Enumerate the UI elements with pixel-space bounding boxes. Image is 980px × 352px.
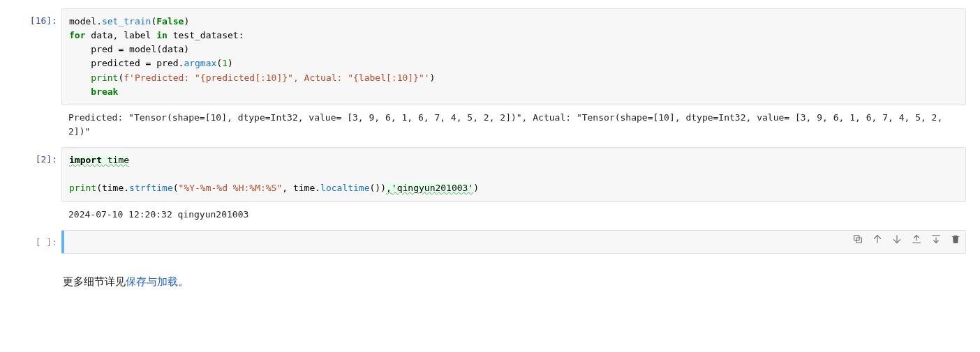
cell-16-area: model.set_train(False) for data, label i… <box>61 8 966 144</box>
prompt-markdown <box>14 257 61 262</box>
code-keyword: for <box>69 30 85 40</box>
cell-2: [2]: import time print(time.strftime("%Y… <box>14 147 966 227</box>
code-input-2[interactable]: import time print(time.strftime("%Y-%m-%… <box>61 147 966 201</box>
markdown-link[interactable]: 保存与加载 <box>126 275 178 287</box>
markdown-text: 更多细节详见 <box>63 275 126 287</box>
code-builtin: print <box>91 72 118 83</box>
code-input-16[interactable]: model.set_train(False) for data, label i… <box>61 8 966 105</box>
code-input-empty[interactable] <box>61 230 966 254</box>
code-string-inserted: 'qingyun201003' <box>392 183 473 193</box>
arrow-up-icon[interactable] <box>872 234 883 245</box>
prompt-empty: [ ]: <box>14 230 61 250</box>
markdown-text-suffix: 。 <box>178 275 188 287</box>
code-token: model <box>69 16 96 26</box>
insert-below-icon[interactable] <box>930 234 942 245</box>
copy-icon[interactable] <box>852 234 863 245</box>
cell-16: [16]: model.set_train(False) for data, l… <box>14 8 966 144</box>
code-bool: False <box>156 16 184 26</box>
prompt-16: [16]: <box>14 8 61 28</box>
notebook: [16]: model.set_train(False) for data, l… <box>0 0 980 337</box>
code-method: set_train <box>102 16 151 26</box>
cell-empty: [ ]: <box>14 230 966 254</box>
markdown-content: 更多细节详见保存与加载。 <box>61 257 966 292</box>
arrow-down-icon[interactable] <box>891 234 903 245</box>
cell-empty-area <box>61 230 966 254</box>
cell-2-area: import time print(time.strftime("%Y-%m-%… <box>61 147 966 227</box>
trash-icon[interactable] <box>950 234 961 245</box>
code-keyword: import <box>69 155 102 165</box>
markdown-cell: 更多细节详见保存与加载。 <box>14 257 966 292</box>
prompt-2: [2]: <box>14 147 61 167</box>
output-16: Predicted: "Tensor(shape=[10], dtype=Int… <box>61 105 966 144</box>
cell-toolbar <box>852 234 961 245</box>
output-2: 2024-07-10 12:20:32 qingyun201003 <box>61 202 966 227</box>
insert-above-icon[interactable] <box>911 234 922 245</box>
code-builtin: print <box>69 183 96 193</box>
